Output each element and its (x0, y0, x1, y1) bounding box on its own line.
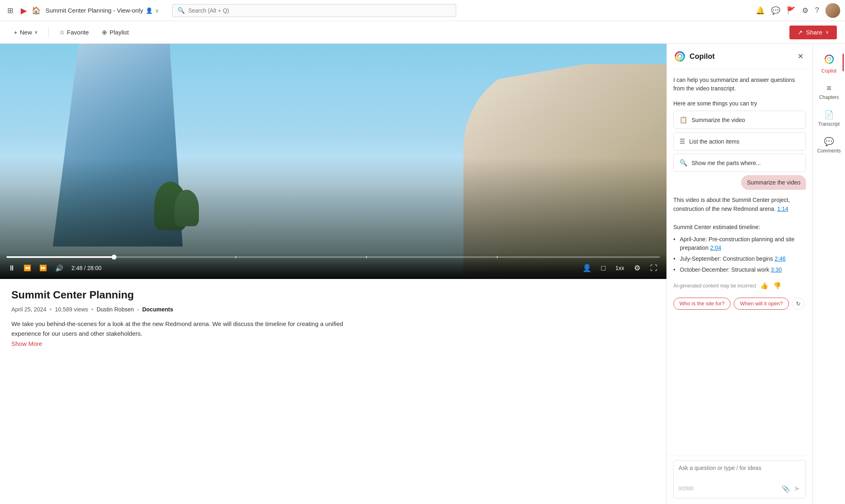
chapters-icon: ≡ (827, 84, 832, 93)
search-bar[interactable]: 🔍 (172, 4, 456, 17)
user-bubble: Summarize the video (741, 175, 806, 190)
copilot-sidebar-item-wrapper: Copilot (815, 50, 844, 78)
play-pause-button[interactable]: ⏸ (6, 262, 17, 274)
copilot-panel: Copilot ✕ I can help you summarize and a… (666, 44, 813, 504)
chevron-down-icon[interactable]: ∨ (155, 7, 159, 14)
copilot-logo (674, 51, 685, 62)
search-input[interactable] (188, 7, 451, 14)
chevron-down-icon: ∨ (826, 30, 829, 35)
plus-icon: + (14, 29, 17, 36)
thumbs-down-button[interactable]: 👎 (772, 281, 782, 290)
avatar[interactable] (826, 3, 840, 18)
video-folder[interactable]: Documents (142, 306, 173, 313)
copilot-body: I can help you summarize and answer ques… (667, 69, 813, 456)
video-player[interactable]: ⏸ ⏪ ⏩ 🔊 2:48 / 28:00 👤 □ 1xx (0, 44, 666, 279)
time-total: 28:00 (87, 265, 101, 271)
sidebar-copilot-button[interactable]: Copilot (815, 50, 844, 78)
time-current: 2:48 (71, 265, 82, 271)
time-display: 2:48 / 28:00 (71, 265, 101, 271)
controls-row: ⏸ ⏪ ⏩ 🔊 2:48 / 28:00 👤 □ 1xx (6, 262, 660, 274)
timestamp-link-3[interactable]: 2:46 (774, 255, 785, 262)
refresh-questions-button[interactable]: ↻ (792, 298, 804, 310)
conversation-icon[interactable]: 💬 (771, 6, 780, 15)
quick-q-1[interactable]: Who is the site for? (673, 298, 731, 310)
progress-fill (6, 256, 114, 258)
video-description: We take you behind-the-scenes for a look… (11, 319, 360, 339)
toolbar: + New ∨ ☆ Favorite ⊕ Playlist ↗ Share ∨ (0, 21, 845, 44)
thumbs-up-button[interactable]: 👍 (759, 281, 769, 290)
share-icon: ↗ (798, 29, 803, 36)
video-views: 10,589 views (55, 306, 88, 313)
suggestion-summarize-label: Summarize the video (692, 117, 745, 123)
search-parts-icon: 🔍 (679, 159, 688, 167)
show-more-link[interactable]: Show More (11, 340, 655, 347)
quick-q-1-label: Who is the site for? (679, 300, 724, 307)
people-icon: 👤 (146, 7, 153, 14)
video-meta: April 25, 2024 • 10,589 views • Dustin R… (11, 306, 655, 313)
transcript-icon: 📄 (824, 110, 834, 120)
suggestion-parts[interactable]: 🔍 Show me the parts where... (673, 154, 806, 172)
settings-video-button[interactable]: ⚙ (632, 262, 643, 274)
playlist-button[interactable]: ⊕ Playlist (96, 26, 135, 39)
home-icon[interactable]: 🏠 (32, 6, 41, 15)
share-button[interactable]: ↗ Share ∨ (789, 26, 837, 39)
response-intro-text: This video is about the Summit Center pr… (673, 197, 790, 212)
chapter-marker-2 (366, 256, 367, 258)
send-button[interactable]: ➤ (793, 483, 801, 494)
video-controls: ⏸ ⏪ ⏩ 🔊 2:48 / 28:00 👤 □ 1xx (0, 253, 666, 279)
copilot-intro: I can help you summarize and answer ques… (673, 76, 806, 93)
sidebar-comments-button[interactable]: 💬 Comments (815, 133, 844, 158)
favorite-label: Favorite (67, 29, 89, 36)
comments-label: Comments (817, 148, 841, 154)
speed-label: 1x (615, 265, 621, 271)
notification-icon[interactable]: 🔔 (756, 6, 765, 15)
flag-icon[interactable]: 🚩 (787, 6, 795, 15)
timeline-item-3: October-December: Structural work 3:30 (673, 266, 806, 274)
rewind-button[interactable]: ⏪ (22, 263, 33, 273)
timestamp-link-4[interactable]: 3:30 (771, 266, 782, 273)
copilot-input-area: 0/2000 📎 ➤ (667, 456, 813, 504)
input-actions: 📎 ➤ (781, 483, 801, 494)
copilot-text-input[interactable] (679, 465, 801, 479)
sidebar-chapters-button[interactable]: ≡ Chapters (815, 79, 844, 104)
forward-button[interactable]: ⏩ (38, 263, 49, 273)
new-button[interactable]: + New ∨ (8, 26, 43, 38)
volume-button[interactable]: 🔊 (54, 263, 65, 274)
suggestion-action-items[interactable]: ☰ List the action items (673, 132, 806, 150)
timestamp-link-2[interactable]: 2:04 (710, 244, 721, 251)
transcript-label: Transcript (818, 121, 840, 127)
copilot-close-button[interactable]: ✕ (796, 50, 805, 62)
suggestion-summarize[interactable]: 📋 Summarize the video (673, 111, 806, 129)
input-footer: 0/2000 📎 ➤ (679, 483, 801, 494)
copilot-sidebar-label: Copilot (821, 68, 836, 74)
timeline-list: April-June: Pre-construction planning an… (673, 235, 806, 274)
right-sidebar: Copilot ≡ Chapters 📄 Transcript 💬 Commen… (813, 44, 845, 504)
copilot-logo-svg (674, 51, 685, 62)
subtitles-button[interactable]: □ (599, 262, 608, 274)
quick-q-2[interactable]: When will it open? (734, 298, 789, 310)
search-icon: 🔍 (177, 7, 185, 14)
sidebar-transcript-button[interactable]: 📄 Transcript (815, 106, 844, 131)
favorite-button[interactable]: ☆ Favorite (54, 26, 95, 39)
main-content: ⏸ ⏪ ⏩ 🔊 2:48 / 28:00 👤 □ 1xx (0, 44, 845, 504)
video-section: ⏸ ⏪ ⏩ 🔊 2:48 / 28:00 👤 □ 1xx (0, 44, 666, 504)
timestamp-link-1[interactable]: 1:14 (777, 206, 788, 212)
video-author: Dustin Robsen (97, 306, 134, 313)
speed-button[interactable]: 1xx (613, 263, 627, 273)
captions-button[interactable]: 👤 (580, 262, 594, 274)
user-message: Summarize the video (673, 175, 806, 190)
help-icon[interactable]: ? (815, 6, 819, 15)
copilot-title: Copilot (690, 52, 715, 61)
star-icon: ☆ (59, 29, 65, 36)
toolbar-separator (48, 27, 49, 38)
progress-bar[interactable] (6, 256, 660, 258)
stream-logo[interactable]: ▶ (21, 6, 27, 15)
grid-icon[interactable]: ⊞ (5, 4, 16, 17)
assistant-message: This video is about the Summit Center pr… (673, 195, 806, 274)
attachment-button[interactable]: 📎 (781, 483, 791, 494)
fullscreen-button[interactable]: ⛶ (648, 262, 660, 274)
chapter-marker-3 (497, 256, 498, 258)
settings-icon[interactable]: ⚙ (802, 6, 808, 15)
ctrl-right: 👤 □ 1xx ⚙ ⛶ (580, 262, 660, 274)
new-label: New (20, 29, 32, 36)
